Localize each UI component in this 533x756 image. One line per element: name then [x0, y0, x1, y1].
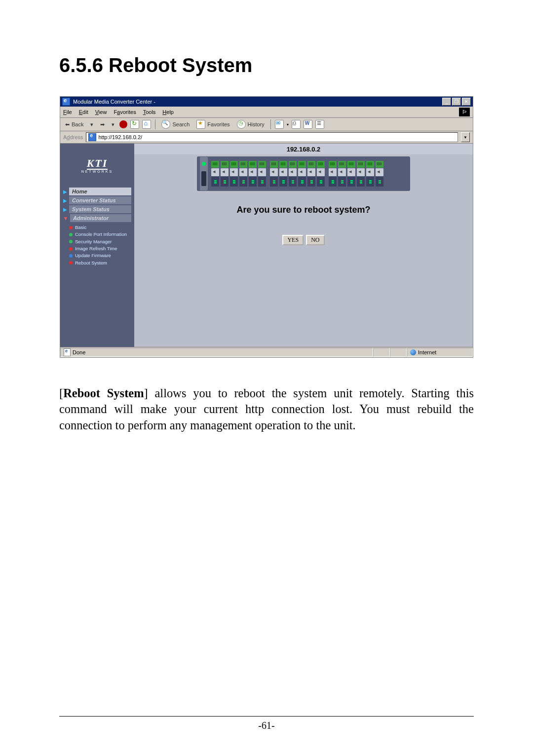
rack-slot[interactable]	[338, 161, 346, 187]
menu-view[interactable]: View	[95, 109, 107, 115]
rack-slot[interactable]	[316, 161, 325, 187]
stop-icon[interactable]	[119, 120, 127, 128]
rack-slot[interactable]	[279, 161, 288, 187]
discuss-icon[interactable]	[315, 120, 324, 129]
subnav-reboot-system[interactable]: Reboot System	[69, 260, 134, 266]
status-text: Done	[73, 349, 85, 355]
body-paragraph: [Reboot System] allows you to reboot the…	[59, 385, 474, 433]
menu-file[interactable]: File	[63, 109, 72, 115]
menu-edit[interactable]: Edit	[79, 109, 88, 115]
rack-slot[interactable]	[328, 161, 337, 187]
ie-throbber-icon: 🏳	[459, 108, 470, 116]
dropdown-icon[interactable]: ▾	[88, 120, 95, 129]
maximize-button[interactable]: ❐	[452, 98, 461, 106]
back-button[interactable]: ⬅ Back	[63, 120, 85, 129]
rack-slot[interactable]	[366, 161, 375, 187]
home-icon[interactable]	[142, 120, 151, 129]
main-pane: 192.168.0.2 Are you sure to reboot syste…	[134, 144, 473, 347]
rack-slot[interactable]	[220, 161, 229, 187]
browser-window: Modular Media Converter Center - _ ❐ ✕ F…	[60, 96, 473, 358]
no-button[interactable]: NO	[306, 235, 324, 245]
rack-slot[interactable]	[248, 161, 257, 187]
window-titlebar: Modular Media Converter Center - _ ❐ ✕	[60, 97, 473, 107]
rack-mgmt-module	[200, 157, 208, 190]
device-ip: 192.168.0.2	[134, 144, 473, 154]
zone-label: Internet	[418, 349, 436, 355]
edit-icon[interactable]	[304, 120, 312, 129]
rack-slot[interactable]	[258, 161, 266, 187]
rack-slot[interactable]	[356, 161, 365, 187]
nav-home[interactable]: ▶Home	[60, 187, 134, 196]
menu-help[interactable]: Help	[162, 109, 174, 115]
close-button[interactable]: ✕	[462, 98, 471, 106]
address-bar: Address http://192.168.0.2/ ▼	[60, 131, 473, 144]
nav-converter-status[interactable]: ▶Converter Status	[60, 196, 134, 205]
search-button[interactable]: Search	[159, 119, 191, 130]
rack-slot[interactable]	[347, 161, 356, 187]
status-pane	[373, 348, 390, 357]
toolbar-divider	[270, 119, 271, 129]
subnav-basic[interactable]: Basic	[69, 225, 134, 230]
forward-button[interactable]: ➡	[98, 120, 107, 129]
history-button[interactable]: History	[235, 119, 266, 130]
brand-logo: KTI NETWORKS	[60, 144, 134, 187]
rack-slot[interactable]	[239, 161, 248, 187]
address-label: Address	[63, 134, 83, 140]
minimize-button[interactable]: _	[442, 98, 451, 106]
nav-system-status[interactable]: ▶System Status	[60, 205, 134, 214]
toolbar: ⬅ Back ▾ ➡ ▾ Search Favorites History ▾	[60, 118, 473, 131]
ie-icon	[62, 98, 70, 106]
print-icon[interactable]	[292, 120, 301, 129]
subnav-image-refresh[interactable]: Image Refresh Time	[69, 246, 134, 252]
menu-favorites[interactable]: Favorites	[114, 109, 136, 115]
address-input[interactable]: http://192.168.0.2/	[86, 132, 458, 142]
yes-button[interactable]: YES	[282, 235, 304, 245]
window-title: Modular Media Converter Center -	[73, 99, 442, 105]
subnav-update-firmware[interactable]: Update Firmware	[69, 253, 134, 259]
menu-bar: File Edit View Favorites Tools Help 🏳	[60, 107, 473, 118]
page-status-icon	[64, 348, 71, 356]
rack-slot[interactable]	[307, 161, 316, 187]
menu-tools[interactable]: Tools	[143, 109, 156, 115]
mail-icon[interactable]	[275, 120, 284, 129]
internet-zone-icon	[410, 349, 416, 355]
toolbar-divider	[155, 119, 155, 129]
footer-rule	[59, 716, 474, 717]
refresh-icon[interactable]	[130, 120, 139, 129]
rack-slot[interactable]	[298, 161, 306, 187]
rack-slot[interactable]	[375, 161, 384, 187]
rack-slot[interactable]	[229, 161, 238, 187]
subnav-console-port[interactable]: Console Port Information	[69, 231, 134, 237]
status-bar: Done Internet	[60, 347, 473, 357]
reboot-prompt: Are you sure to reboot system?	[134, 205, 473, 215]
status-pane	[390, 348, 407, 357]
section-heading: 6.5.6 Reboot System	[59, 54, 474, 76]
nav-administrator[interactable]: ▼Administrator	[60, 214, 134, 223]
sidebar: KTI NETWORKS ▶Home ▶Converter Status ▶Sy…	[60, 144, 134, 347]
rack-slot[interactable]	[288, 161, 297, 187]
subnav-security-manager[interactable]: Security Manager	[69, 239, 134, 245]
page-icon	[88, 133, 96, 141]
dropdown-icon[interactable]: ▾	[110, 120, 116, 129]
device-diagram	[134, 156, 473, 191]
rack-slot[interactable]	[269, 161, 278, 187]
address-dropdown-icon[interactable]: ▼	[461, 132, 470, 142]
rack-slot[interactable]	[211, 161, 220, 187]
page-number: -61-	[0, 720, 533, 731]
favorites-button[interactable]: Favorites	[194, 119, 231, 130]
